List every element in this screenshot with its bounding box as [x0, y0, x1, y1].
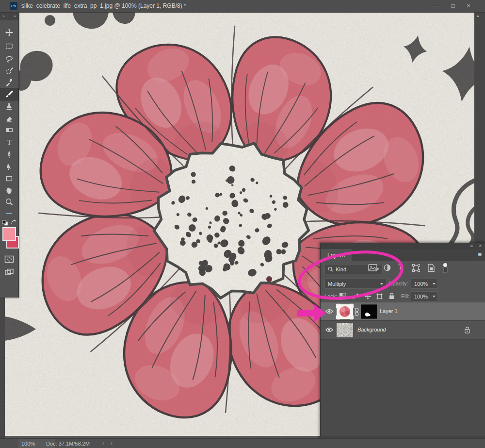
blend-mode-dropdown[interactable]: Multiply: [324, 279, 387, 289]
layer-name[interactable]: Layer 1: [380, 308, 398, 314]
tool-type[interactable]: T: [0, 136, 18, 148]
quick-mask-button[interactable]: [0, 253, 18, 265]
status-bar: 100% Doc: 37.1M/58.2M › ‹: [0, 438, 485, 448]
scroll-left-arrow[interactable]: ‹: [111, 440, 113, 447]
tool-eraser[interactable]: [0, 113, 18, 124]
opacity-value: 100%: [414, 281, 428, 287]
blend-mode-value: Multiply: [328, 281, 346, 287]
lock-artboard-icon[interactable]: [376, 293, 383, 300]
select-arrow-icon: [5, 162, 14, 171]
visibility-eye-icon[interactable]: [325, 309, 333, 314]
blend-mode-row: Multiply Opacity: 100%: [321, 277, 485, 290]
opacity-field[interactable]: 100%: [411, 279, 438, 289]
visibility-eye-icon[interactable]: [325, 327, 333, 332]
lock-label: Lock:: [324, 293, 337, 299]
status-popup-arrow[interactable]: ›: [102, 440, 104, 447]
collapse-panel-icon[interactable]: «: [470, 244, 473, 248]
scrollbar-up-arrow[interactable]: ▴: [477, 13, 479, 18]
tools-panel-header[interactable]: » ×: [0, 12, 18, 20]
tool-hand[interactable]: [0, 184, 18, 196]
filter-smart-objects-icon[interactable]: [427, 264, 435, 272]
screen-mode-button[interactable]: [0, 266, 18, 278]
close-panel-icon[interactable]: ×: [479, 243, 482, 249]
mask-link-icon[interactable]: [355, 308, 359, 316]
layer-filter-row: Kind T: [321, 262, 485, 277]
layer-row-layer1[interactable]: Layer 1: [321, 302, 485, 321]
rectangle-shape-icon: [5, 174, 14, 183]
lasso-icon: [5, 54, 14, 63]
filter-kind-label: Kind: [336, 266, 346, 272]
layers-panel-topbar: « ×: [321, 243, 485, 249]
background-thumbnail[interactable]: [336, 322, 354, 338]
layer1-thumbnail[interactable]: [336, 303, 354, 320]
horizontal-scrollbar-thumb[interactable]: [5, 436, 318, 438]
maximize-button[interactable]: □: [447, 1, 459, 10]
minimize-button[interactable]: —: [431, 1, 444, 10]
eyedropper-icon: [5, 78, 14, 87]
swap-colors-icon[interactable]: [11, 219, 17, 226]
tool-brush[interactable]: [0, 88, 18, 100]
tool-edit-toolbar[interactable]: •••: [0, 208, 18, 219]
tool-eyedropper[interactable]: [0, 77, 18, 88]
filter-toggle-icon[interactable]: [442, 263, 449, 274]
foreground-color-swatch[interactable]: [2, 227, 16, 241]
marquee-icon: [5, 42, 14, 50]
layer1-mask-thumbnail[interactable]: [360, 303, 378, 320]
tool-direct-select[interactable]: [0, 161, 18, 172]
chevron-down-icon: [433, 283, 436, 285]
gradient-icon: [5, 126, 14, 134]
tool-quick-select[interactable]: [0, 65, 18, 77]
hand-icon: [5, 186, 14, 195]
tool-marquee[interactable]: [0, 40, 18, 52]
tool-lasso[interactable]: [0, 53, 18, 65]
filter-shape-layers-icon[interactable]: [412, 264, 420, 272]
lock-all-icon[interactable]: [388, 292, 395, 300]
document-title: silke_celebrate_life_extra_pp_1.jpg @ 10…: [21, 2, 186, 9]
tools-panel: » × T •••: [0, 12, 19, 298]
fill-value: 100%: [414, 294, 428, 299]
panel-close-icon[interactable]: ×: [14, 14, 16, 18]
quick-select-icon: [5, 66, 14, 75]
tool-pen[interactable]: [0, 149, 18, 160]
tool-shape[interactable]: [0, 173, 18, 184]
zoom-icon: [5, 198, 14, 206]
default-colors-icon[interactable]: [2, 220, 9, 226]
screen-mode-icon: [4, 268, 14, 277]
panel-collapse-icon[interactable]: »: [2, 14, 4, 18]
document-size-readout: Doc: 37.1M/58.2M: [46, 441, 90, 447]
filter-type-layers-icon[interactable]: T: [398, 264, 403, 271]
filter-adjustment-layers-icon[interactable]: [383, 264, 391, 272]
close-button[interactable]: ×: [462, 1, 475, 10]
photoshop-file-icon: Ps: [10, 2, 17, 10]
ellipsis-icon: •••: [6, 211, 12, 216]
tool-clone-stamp[interactable]: [0, 101, 18, 113]
chevron-down-icon: [433, 296, 436, 298]
locked-layer-icon: [464, 326, 470, 334]
layer-row-background[interactable]: Background: [321, 321, 485, 339]
panel-menu-icon[interactable]: ≡: [478, 251, 482, 258]
move-icon: [5, 28, 14, 37]
tab-layers[interactable]: Layers: [321, 249, 352, 261]
eraser-icon: [5, 114, 14, 123]
lock-row: Lock: Fill: 100%: [321, 290, 485, 302]
tool-zoom[interactable]: [0, 196, 18, 208]
tool-gradient[interactable]: [0, 124, 18, 136]
tool-move[interactable]: [0, 27, 18, 38]
filter-pixel-layers-icon[interactable]: [368, 264, 377, 272]
opacity-label: Opacity:: [388, 281, 408, 286]
clone-stamp-icon: [5, 102, 14, 111]
lock-position-icon[interactable]: [364, 293, 372, 300]
type-icon: T: [7, 138, 11, 147]
pen-icon: [5, 150, 14, 159]
lock-pixels-icon[interactable]: [352, 293, 359, 300]
layers-tab-row: Layers ≡: [321, 249, 485, 261]
layers-empty-area: [321, 339, 485, 448]
chevron-down-icon: [380, 283, 383, 285]
titlebar: Ps silke_celebrate_life_extra_pp_1.jpg @…: [0, 0, 485, 13]
search-icon: [328, 266, 333, 272]
layers-panel: « × Layers ≡ Kind T Multiply Opacity: 10…: [320, 243, 485, 448]
brush-icon: [5, 90, 14, 99]
fill-field[interactable]: 100%: [411, 291, 438, 301]
lock-transparency-icon[interactable]: [339, 293, 346, 300]
layer-name[interactable]: Background: [357, 327, 386, 332]
